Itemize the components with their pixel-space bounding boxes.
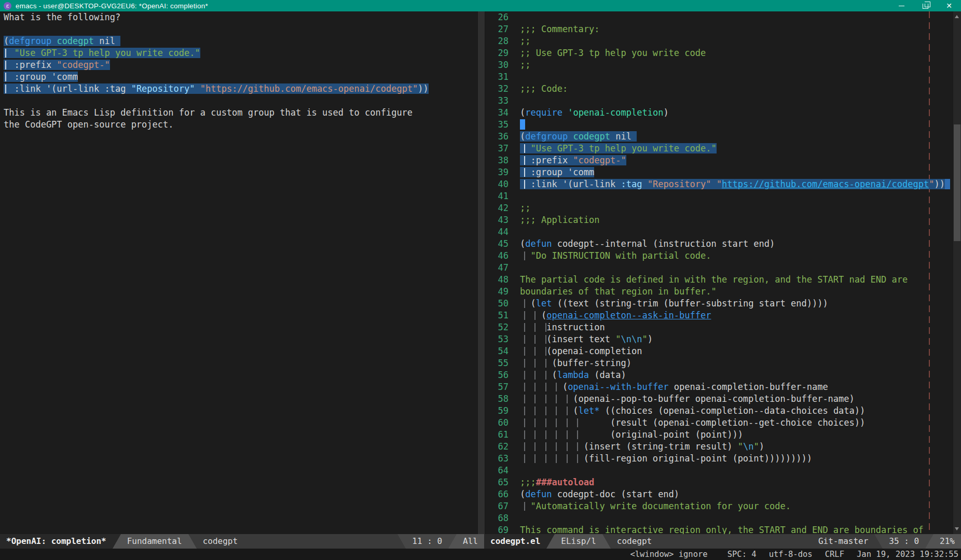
selection-region: (defgroup codegpt nil <box>4 36 120 46</box>
minimize-button[interactable] <box>889 0 913 11</box>
indent-guide <box>524 371 525 380</box>
right-scrollbar[interactable] <box>953 11 961 534</box>
code-line-45: (defun codegpt--internal (instruction st… <box>520 238 961 250</box>
code-span: "Repository" <box>131 83 195 94</box>
code-line: the CodeGPT open-source project. <box>4 119 477 131</box>
indent-guide <box>524 442 525 451</box>
close-icon: ✕ <box>946 2 952 9</box>
window-controls: ✕ <box>889 0 961 11</box>
code-line: (defgroup codegpt nil <box>4 35 477 47</box>
indent-guide <box>524 323 525 332</box>
code-span <box>520 250 530 261</box>
line-number-62: 62 <box>485 441 514 453</box>
echo-area[interactable]: <lwindow> ignore SPC: 4 utf-8-dos CRLF J… <box>0 549 961 560</box>
modeline-separator <box>113 534 121 549</box>
indent-guide <box>524 168 525 177</box>
indent-guide <box>534 335 536 344</box>
code-line-26 <box>520 11 961 23</box>
echo-datetime: Jan 19, 2023 19:32:55 <box>857 550 958 559</box>
right-buffer-window[interactable]: 2627282930313233343536373839404142434445… <box>485 11 961 534</box>
code-span <box>568 131 573 142</box>
code-span: (data) <box>589 370 626 380</box>
git-branch: Git-master <box>818 534 868 549</box>
line-number-29: 29 <box>485 47 514 59</box>
restore-icon <box>923 3 928 9</box>
code-span: defun <box>525 489 552 499</box>
code-line-39: :group 'comm <box>520 166 961 178</box>
indent-guide <box>545 442 546 451</box>
line-number-56: 56 <box>485 369 514 381</box>
code-line: :prefix "codegpt-" <box>4 59 477 71</box>
code-span: :group 'comm <box>4 72 78 82</box>
code-span: defgroup <box>525 131 568 142</box>
line-number-38: 38 <box>485 155 514 166</box>
indent-guide <box>577 418 578 427</box>
indent-guide <box>545 395 546 403</box>
line-number-32: 32 <box>485 83 514 95</box>
selection-region: :prefix "codegpt-" <box>4 60 110 70</box>
code-span: ( <box>520 405 579 416</box>
line-number-46: 46 <box>485 250 514 262</box>
code-span: defun <box>525 239 552 249</box>
code-span: codegpt--internal (instruction start end… <box>552 239 775 249</box>
code-span: " <box>753 441 759 452</box>
echo-key-message: <lwindow> ignore <box>630 550 707 559</box>
code-span: ;; <box>520 60 530 70</box>
selection-region: "Use GPT-3 tp help you write code." <box>520 143 717 153</box>
left-buffer-window[interactable]: What is the following?(defgroup codegpt … <box>0 11 477 534</box>
line-number-69: 69 <box>485 524 514 534</box>
repo-link[interactable]: https://github.com/emacs-openai/codegpt <box>722 179 929 189</box>
indent-guide <box>556 395 557 403</box>
code-span: )) <box>934 179 944 189</box>
restore-button[interactable] <box>913 0 937 11</box>
code-span: openai--with-buffer <box>568 382 668 392</box>
line-number-61: 61 <box>485 429 514 441</box>
code-span: ( <box>520 131 525 142</box>
code-span: let* <box>579 405 600 416</box>
code-span: openai-completon--ask-in-buffer <box>546 310 711 320</box>
major-mode[interactable]: ELisp/l <box>555 534 602 549</box>
code-line-48: The partial code is defined in with the … <box>520 274 961 286</box>
indent-guide <box>524 502 525 511</box>
indent-guide <box>556 454 557 463</box>
project-label: codegpt <box>203 534 238 549</box>
line-number-45: 45 <box>485 238 514 250</box>
code-span: (buffer-string) <box>520 358 631 368</box>
code-span: "Repository" " <box>648 179 722 189</box>
indent-guide <box>534 347 536 356</box>
window-divider-scrollbar[interactable] <box>477 11 485 534</box>
indent-guide <box>524 144 525 153</box>
code-line-66: (defun codegpt-doc (start end) <box>520 488 961 500</box>
echo-encoding: utf-8-dos <box>769 550 813 559</box>
code-span: (original-point (point))) <box>520 429 743 440</box>
line-number-41: 41 <box>485 190 514 202</box>
code-span: ((choices (openai-completion--data-choic… <box>600 405 866 416</box>
indent-guide <box>567 407 568 415</box>
scrollbar-down-arrow-icon[interactable] <box>955 527 959 530</box>
line-number-58: 58 <box>485 393 514 405</box>
indent-guide <box>556 418 557 427</box>
modeline-separator <box>448 534 457 549</box>
scrollbar-up-arrow-icon[interactable] <box>955 15 959 18</box>
indent-guide <box>524 454 525 463</box>
code-span: the CodeGPT open-source project. <box>4 119 174 130</box>
scrollbar-thumb[interactable] <box>954 124 960 241</box>
close-button[interactable]: ✕ <box>937 0 961 11</box>
indent-guide <box>545 359 546 368</box>
code-span: )) <box>418 83 428 94</box>
code-span: ( <box>520 298 536 309</box>
project-name: codegpt Git-master <box>611 534 875 549</box>
indent-guide <box>577 430 578 439</box>
selection-region: (defgroup codegpt nil <box>520 131 637 142</box>
code-span: boundaries of that region in buffer." <box>520 286 717 297</box>
indent-guide <box>524 156 525 165</box>
window-title: emacs - user@DESKTOP-GVG2EU6: *OpenAI: c… <box>16 2 208 10</box>
code-line-42: ;; <box>520 202 961 214</box>
echo-eol-type: CRLF <box>825 550 844 559</box>
code-span: :group 'comm <box>520 167 594 177</box>
indent-guide <box>534 430 536 439</box>
major-mode[interactable]: Fundamental <box>121 534 188 549</box>
code-line-28: ;; <box>520 35 961 47</box>
code-line-43: ;;; Application <box>520 214 961 226</box>
code-span: :link '(url-link <box>520 179 621 189</box>
